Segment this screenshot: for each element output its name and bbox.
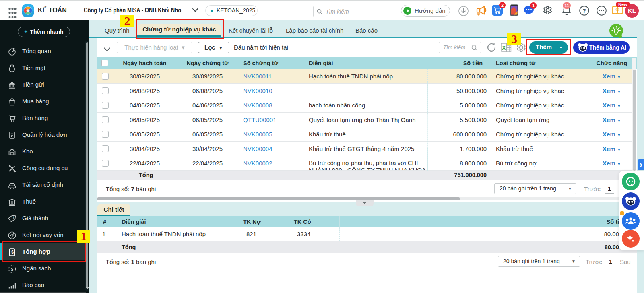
svg-text:$: $ [12, 216, 14, 219]
svg-text:X: X [502, 45, 506, 51]
svg-text:$: $ [11, 266, 13, 271]
svg-text:?: ? [582, 8, 586, 14]
